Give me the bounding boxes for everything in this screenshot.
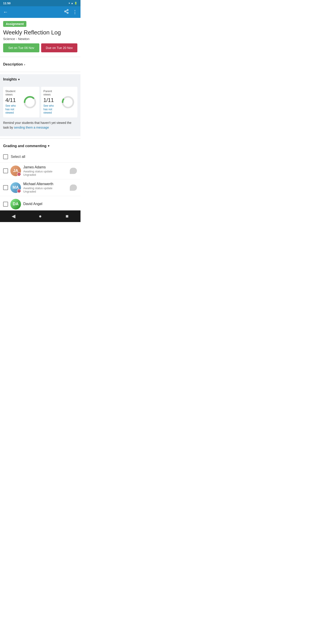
status-bar: 11:50 ▾ ▲ 🔋 <box>0 0 80 6</box>
app-bar: ← ⋮ <box>0 6 80 18</box>
student-avatar-wrap-james: JA ✕ <box>10 166 21 176</box>
assignment-badge: Assignment <box>3 21 26 27</box>
nav-home-button[interactable]: ● <box>35 211 46 222</box>
description-chevron: › <box>24 63 25 66</box>
status-x-james: ✕ <box>17 172 21 176</box>
avatar-image-david: DA <box>10 199 21 210</box>
avatar: DA <box>10 199 21 210</box>
student-views-donut <box>23 95 37 109</box>
task-title: Weekly Reflection Log <box>3 29 77 36</box>
table-row: JA ✕ James Adams Awaiting status update … <box>0 162 80 179</box>
signal-icon: ▲ <box>71 2 73 4</box>
table-row: MA ✕ Michael Altenwerth Awaiting status … <box>0 179 80 196</box>
select-all-label: Select all <box>11 155 25 159</box>
student-name-david: David Angel <box>23 202 77 206</box>
insights-section: Insights ▾ Student views 4/11 See who ha… <box>0 74 80 136</box>
parent-views-text: Parent views 1/11 See who has not viewed <box>44 90 58 115</box>
divider-1 <box>0 57 80 57</box>
wifi-icon: ▾ <box>69 2 70 5</box>
student-checkbox-michael[interactable] <box>3 185 8 190</box>
description-header[interactable]: Description › <box>0 59 80 70</box>
parent-views-donut <box>61 95 75 109</box>
task-class: Science - Newton <box>3 37 77 41</box>
svg-point-7 <box>62 97 73 108</box>
status-time: 11:50 <box>3 2 10 5</box>
student-info-james: James Adams Awaiting status update Ungra… <box>23 165 67 176</box>
parent-views-label: Parent views <box>44 90 58 96</box>
app-bar-right: ⋮ <box>64 9 77 15</box>
nav-recent-button[interactable]: ■ <box>62 211 73 222</box>
insights-label: Insights <box>3 77 17 82</box>
remind-text: Remind your students that haven't yet vi… <box>0 120 80 133</box>
select-all-row[interactable]: Select all <box>0 151 80 162</box>
due-date-button[interactable]: Due on Tue 20 Nov <box>41 44 77 52</box>
status-x-michael: ✕ <box>17 189 21 193</box>
grading-header[interactable]: Grading and commenting ▾ <box>0 141 80 151</box>
student-avatar-wrap-michael: MA ✕ <box>10 182 21 193</box>
grading-chevron: ▾ <box>48 144 50 148</box>
divider-2 <box>0 72 80 72</box>
comment-bubble-michael <box>70 184 77 191</box>
student-checkbox-james[interactable] <box>3 168 8 173</box>
student-name-james: James Adams <box>23 165 67 169</box>
share-button[interactable] <box>64 9 69 15</box>
date-buttons: Set on Tue 06 Nov Due on Tue 20 Nov <box>3 44 77 52</box>
student-views-text: Student views 4/11 See who has not viewe… <box>5 90 20 115</box>
comment-bubble-james <box>70 168 77 174</box>
student-info-michael: Michael Altenwerth Awaiting status updat… <box>23 182 67 193</box>
status-icons: ▾ ▲ 🔋 <box>69 2 77 5</box>
insights-cards: Student views 4/11 See who has not viewe… <box>0 84 80 120</box>
back-button[interactable]: ← <box>3 9 8 15</box>
parent-views-card: Parent views 1/11 See who has not viewed <box>41 87 77 118</box>
student-views-count: 4/11 <box>5 97 20 103</box>
student-avatar-wrap-david: DA <box>10 199 21 210</box>
student-checkbox-david[interactable] <box>3 202 8 206</box>
parent-views-count: 1/11 <box>44 97 58 103</box>
bottom-nav: ◀ ● ■ <box>0 210 80 222</box>
content-area: Assignment Weekly Reflection Log Science… <box>0 18 80 210</box>
set-date-button[interactable]: Set on Tue 06 Nov <box>3 44 39 52</box>
student-grade-james: Ungraded <box>23 173 67 176</box>
insights-chevron: ▾ <box>18 78 20 81</box>
header-section: Assignment Weekly Reflection Log Science… <box>0 18 80 54</box>
divider-3 <box>0 138 80 139</box>
student-status-michael: Awaiting status update <box>23 186 67 190</box>
student-views-card: Student views 4/11 See who has not viewe… <box>3 87 39 118</box>
svg-line-4 <box>66 10 67 11</box>
student-views-label: Student views <box>5 90 20 96</box>
svg-line-3 <box>66 12 67 12</box>
student-info-david: David Angel <box>23 202 77 206</box>
app-bar-left: ← <box>3 9 8 15</box>
insights-header[interactable]: Insights ▾ <box>0 74 80 84</box>
grading-label: Grading and commenting <box>3 144 46 148</box>
grading-section: Grading and commenting ▾ Select all JA ✕… <box>0 141 80 210</box>
comment-button-michael[interactable] <box>69 184 77 192</box>
student-status-james: Awaiting status update <box>23 170 67 173</box>
remind-link[interactable]: sending them a message <box>14 126 49 129</box>
parent-views-link[interactable]: See who has not viewed <box>44 104 58 115</box>
student-views-link[interactable]: See who has not viewed <box>5 104 20 115</box>
battery-icon: 🔋 <box>74 2 77 5</box>
nav-back-button[interactable]: ◀ <box>8 211 19 222</box>
select-all-checkbox[interactable] <box>3 154 8 159</box>
comment-button-james[interactable] <box>69 167 77 175</box>
more-menu-button[interactable]: ⋮ <box>72 9 77 15</box>
description-label: Description <box>3 62 23 66</box>
table-row: DA David Angel <box>0 196 80 210</box>
student-grade-michael: Ungraded <box>23 190 67 193</box>
student-name-michael: Michael Altenwerth <box>23 182 67 186</box>
